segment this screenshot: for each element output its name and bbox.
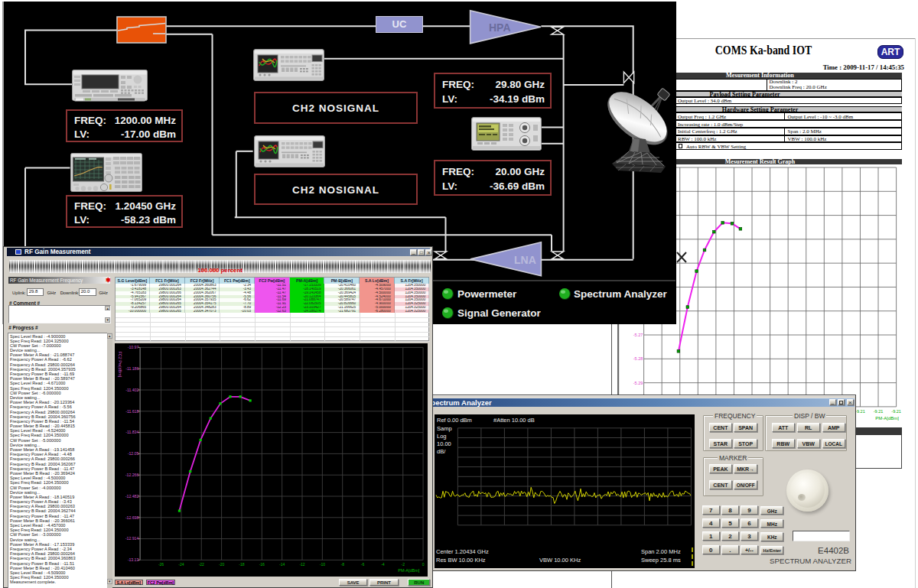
svg-text:-16: -16 xyxy=(259,561,264,566)
svg-text:-10: -10 xyxy=(319,561,324,566)
svg-text:-5.27: -5.27 xyxy=(633,333,643,337)
svg-text:LNA: LNA xyxy=(514,254,536,266)
svg-text:-5.29: -5.29 xyxy=(633,381,643,385)
svg-text:Ref 0.00 dBm: Ref 0.00 dBm xyxy=(437,417,472,424)
svg-text:-12.914: -12.914 xyxy=(125,536,138,541)
svg-text:-12.266: -12.266 xyxy=(125,473,138,477)
svg-text:-11.186: -11.186 xyxy=(125,366,138,371)
svg-text:-18: -18 xyxy=(239,561,244,566)
svg-text:Samp: Samp xyxy=(437,425,452,432)
svg-text:#Atten 10.00 dB: #Atten 10.00 dB xyxy=(493,417,535,424)
svg-text:-14: -14 xyxy=(279,561,285,566)
svg-text:-6: -6 xyxy=(360,561,364,566)
svg-text:-2: -2 xyxy=(401,561,405,566)
svg-text:-11.618: -11.618 xyxy=(125,408,138,413)
svg-text:0: 0 xyxy=(422,561,424,566)
svg-text:-9.21: -9.21 xyxy=(855,409,865,414)
svg-text:-20: -20 xyxy=(219,561,224,566)
svg-text:-8: -8 xyxy=(340,561,344,566)
svg-text:-13.13: -13.13 xyxy=(127,557,138,562)
svg-text:-12.05: -12.05 xyxy=(127,451,138,456)
svg-text:-4: -4 xyxy=(381,561,385,566)
svg-text:-12.482: -12.482 xyxy=(125,493,138,498)
svg-text:-10.97: -10.97 xyxy=(127,345,138,349)
svg-text:HPA: HPA xyxy=(489,21,511,34)
svg-text:Log: Log xyxy=(437,433,447,440)
svg-text:-12.698: -12.698 xyxy=(125,515,138,519)
svg-text:-26: -26 xyxy=(158,561,164,566)
svg-text:Span 2.00 MHz: Span 2.00 MHz xyxy=(641,548,681,555)
svg-text:Sweep 25.8 ms: Sweep 25.8 ms xyxy=(641,557,681,564)
svg-text:PM-A[dBm]: PM-A[dBm] xyxy=(398,568,420,573)
svg-text:-5.28: -5.28 xyxy=(633,356,643,361)
svg-text:Res BW 10.00 KHz: Res BW 10.00 KHz xyxy=(436,557,486,564)
svg-text:-9.21: -9.21 xyxy=(891,409,901,414)
svg-text:PM-A[dBm]: PM-A[dBm] xyxy=(875,416,899,421)
svg-text:-11.834: -11.834 xyxy=(125,430,138,434)
svg-text:-11.402: -11.402 xyxy=(125,387,138,391)
svg-text:-12: -12 xyxy=(299,561,304,566)
svg-text:-22: -22 xyxy=(198,561,203,566)
svg-text:VBW 10.00 KHz: VBW 10.00 KHz xyxy=(539,557,581,564)
svg-text:FC2 Pw[dBm]: FC2 Pw[dBm] xyxy=(118,351,122,377)
svg-text:dB/: dB/ xyxy=(437,448,446,455)
svg-text:-24: -24 xyxy=(178,561,184,566)
svg-text:10.00: 10.00 xyxy=(437,440,451,447)
svg-text:-9.21: -9.21 xyxy=(874,409,884,414)
svg-text:Center 1.20434 GHz: Center 1.20434 GHz xyxy=(436,548,489,555)
